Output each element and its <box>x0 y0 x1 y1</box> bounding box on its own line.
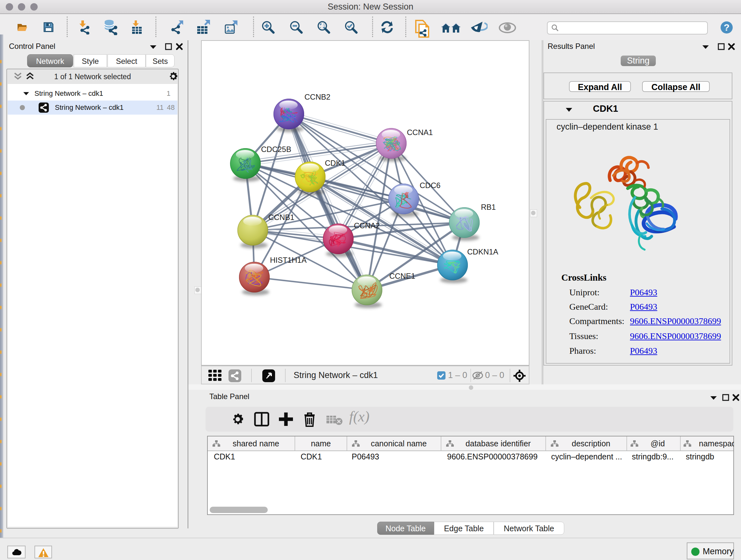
svg-text:CDC25B: CDC25B <box>261 145 291 153</box>
svg-text:CCNA2: CCNA2 <box>354 221 380 230</box>
svg-text:CCNE1: CCNE1 <box>389 272 415 280</box>
svg-text:CCNB2: CCNB2 <box>305 92 330 101</box>
svg-text:HIST1H1A: HIST1H1A <box>270 256 307 264</box>
svg-text:CCNB1: CCNB1 <box>268 213 294 222</box>
svg-text:CDK1: CDK1 <box>325 159 345 167</box>
svg-text:CDC6: CDC6 <box>420 181 441 190</box>
svg-text:RB1: RB1 <box>481 203 496 211</box>
svg-text:CDKN1A: CDKN1A <box>467 247 498 256</box>
svg-text:CCNA1: CCNA1 <box>407 128 433 137</box>
